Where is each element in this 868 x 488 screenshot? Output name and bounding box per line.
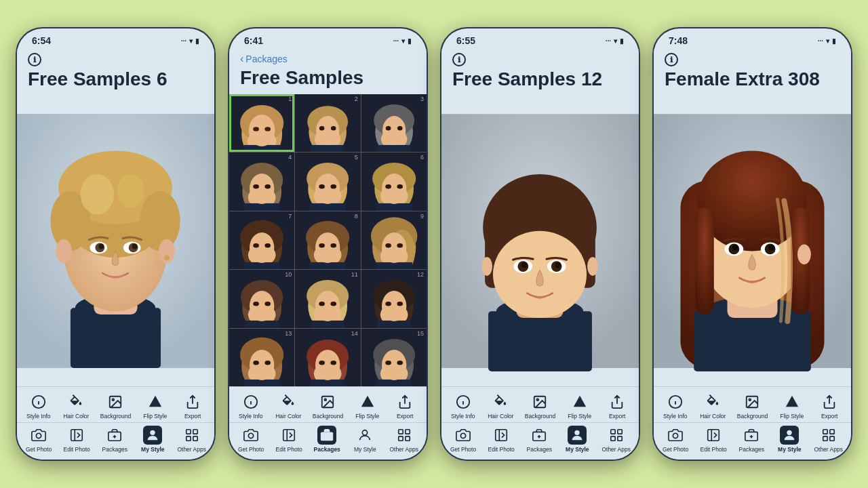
svg-point-236	[673, 433, 677, 438]
phone-3: 6:55 ··· ▾ ▮ ℹ Free Samples 12	[440, 27, 640, 461]
svg-rect-107	[376, 262, 412, 270]
hair-color-btn-1[interactable]: Hair Color	[62, 392, 90, 420]
svg-point-229	[797, 244, 811, 264]
grid-num-4: 4	[288, 154, 292, 161]
grid-num-11: 11	[351, 271, 358, 278]
grid-item-1[interactable]: 1	[229, 94, 294, 152]
grid-item-3[interactable]: 3	[361, 94, 427, 152]
flip-style-btn-4[interactable]: Flip Style	[778, 392, 806, 420]
svg-point-148	[315, 350, 340, 380]
my-style-label-4: My Style	[778, 446, 802, 453]
background-label-4: Background	[737, 413, 768, 420]
camera-icon-2	[241, 426, 260, 445]
svg-point-51	[316, 116, 339, 145]
portrait-1	[17, 96, 214, 386]
background-btn-1[interactable]: Background	[100, 392, 131, 420]
style-info-btn-3[interactable]: Style Info	[450, 392, 477, 420]
other-apps-btn-4[interactable]: Other Apps	[814, 426, 843, 453]
style-info-btn-2[interactable]: Style Info	[237, 392, 264, 420]
edit-photo-btn-1[interactable]: Edit Photo	[63, 426, 90, 453]
svg-point-156	[382, 350, 406, 380]
screen-1: ℹ Free Samples 6	[17, 49, 214, 460]
svg-point-171	[363, 430, 368, 435]
hair-color-btn-4[interactable]: Hair Color	[699, 392, 726, 420]
grid-item-7[interactable]: 7	[229, 211, 294, 269]
grid-item-14[interactable]: 14	[295, 329, 360, 386]
grid-item-9[interactable]: 9	[361, 211, 427, 269]
packages-btn-3[interactable]: Packages	[526, 426, 553, 453]
grid-item-11[interactable]: 11	[295, 270, 360, 327]
grid-item-6[interactable]: 6	[361, 152, 427, 210]
grid-item-12[interactable]: 12	[361, 270, 427, 327]
info-icon-4[interactable]: ℹ	[665, 53, 678, 66]
export-btn-3[interactable]: Export	[604, 392, 631, 420]
info-icon-3[interactable]: ℹ	[452, 53, 466, 66]
background-btn-3[interactable]: Background	[525, 392, 555, 420]
status-icons-3: ··· ▾ ▮	[606, 37, 624, 45]
svg-point-201	[460, 433, 465, 438]
packages-btn-1[interactable]: Packages	[101, 426, 128, 453]
style-info-btn-4[interactable]: Style Info	[662, 392, 689, 420]
svg-point-194	[587, 257, 598, 276]
svg-point-52	[319, 126, 324, 130]
svg-rect-123	[311, 321, 344, 328]
get-photo-btn-2[interactable]: Get Photo	[237, 426, 264, 453]
info-tool-icon	[29, 392, 48, 411]
svg-rect-208	[610, 430, 614, 434]
other-apps-btn-2[interactable]: Other Apps	[389, 426, 418, 453]
grid-item-8[interactable]: 8	[295, 211, 360, 269]
svg-point-92	[253, 243, 259, 247]
other-apps-label-4: Other Apps	[814, 446, 843, 453]
packages-btn-4[interactable]: Packages	[738, 426, 765, 453]
hair-color-btn-2[interactable]: Hair Color	[275, 392, 302, 420]
flip-style-btn-1[interactable]: Flip Style	[142, 392, 169, 420]
packages-btn-2[interactable]: Packages	[313, 426, 340, 453]
wifi-icon: ▾	[189, 37, 193, 45]
style-info-btn-1[interactable]: Style Info	[25, 392, 52, 420]
flip-icon-2	[358, 392, 377, 411]
svg-point-100	[319, 243, 326, 247]
grid-item-10[interactable]: 10	[229, 270, 294, 327]
back-nav-2[interactable]: ‹ Packages	[240, 53, 416, 65]
flip-style-btn-3[interactable]: Flip Style	[566, 392, 593, 420]
grid-item-4[interactable]: 4	[229, 152, 294, 210]
my-style-btn-4[interactable]: My Style	[776, 426, 803, 453]
grid-item-2[interactable]: 2	[295, 94, 360, 152]
grid-item-15[interactable]: 15	[361, 329, 427, 386]
other-apps-btn-1[interactable]: Other Apps	[177, 426, 206, 453]
export-btn-2[interactable]: Export	[391, 392, 418, 420]
style-info-label-2: Style Info	[239, 413, 262, 420]
my-style-btn-3[interactable]: My Style	[564, 426, 591, 453]
hair-color-btn-3[interactable]: Hair Color	[487, 392, 514, 420]
phones-container: 6:54 ··· ▾ ▮ ℹ Free Samples 6	[2, 14, 866, 474]
portrait-3	[441, 96, 639, 386]
grid-item-5[interactable]: 5	[295, 152, 360, 210]
export-btn-4[interactable]: Export	[816, 392, 843, 420]
svg-point-165	[248, 433, 253, 438]
paint-bucket-icon-4	[703, 392, 722, 411]
flip-style-btn-2[interactable]: Flip Style	[354, 392, 381, 420]
edit-photo-btn-4[interactable]: Edit Photo	[700, 426, 727, 453]
info-row-1: ℹ	[28, 53, 203, 66]
svg-rect-174	[398, 436, 402, 441]
svg-point-228	[768, 245, 774, 251]
background-btn-2[interactable]: Background	[313, 392, 343, 420]
grid-item-13[interactable]: 13	[229, 329, 294, 386]
export-btn-1[interactable]: Export	[179, 392, 206, 420]
my-style-btn-2[interactable]: My Style	[351, 426, 378, 453]
title-4: Female Extra 308	[665, 69, 840, 90]
packages-label: Packages	[102, 446, 127, 453]
info-icon-1[interactable]: ℹ	[28, 53, 41, 66]
edit-photo-btn-2[interactable]: Edit Photo	[275, 426, 302, 453]
get-photo-btn-3[interactable]: Get Photo	[450, 426, 477, 453]
background-btn-4[interactable]: Background	[737, 392, 768, 420]
edit-photo-label-3: Edit Photo	[488, 446, 515, 453]
svg-point-158	[397, 361, 403, 365]
export-icon	[183, 392, 202, 411]
packages-icon-3	[530, 426, 549, 445]
get-photo-btn-4[interactable]: Get Photo	[662, 426, 689, 453]
edit-photo-btn-3[interactable]: Edit Photo	[488, 426, 515, 453]
get-photo-btn-1[interactable]: Get Photo	[25, 426, 52, 453]
my-style-btn-1[interactable]: My Style	[139, 426, 166, 453]
other-apps-btn-3[interactable]: Other Apps	[601, 426, 631, 453]
